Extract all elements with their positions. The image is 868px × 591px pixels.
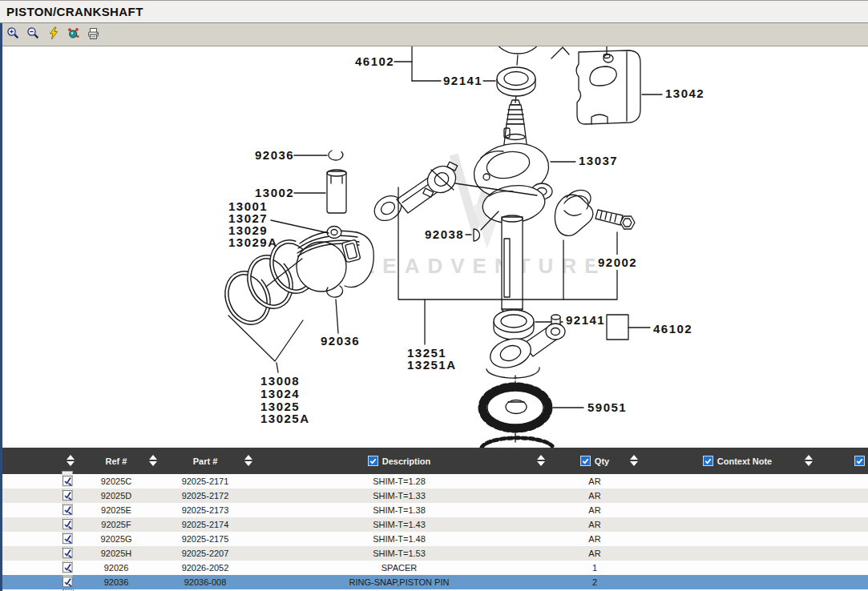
extra-cell [818,503,868,517]
part-label[interactable]: 13251A [407,358,457,372]
table-row[interactable]: 92025G 92025-2175 SHIM-T=1.48 AR [0,532,868,546]
part-label[interactable]: 92038 [425,227,464,241]
order-sheet-icon[interactable] [62,503,74,517]
part-number-cell: 92025-2207 [144,546,266,561]
part-label[interactable]: 92036 [321,334,360,348]
order-sheet-icon[interactable] [62,546,74,561]
part-label[interactable]: 92141 [443,74,482,87]
parts-table-body: 92025C 92025-2171 SHIM-T=1.28 AR 92025D … [0,474,868,589]
context-note-cell [657,488,818,503]
qty-column-checkbox[interactable] [580,456,591,466]
ref-cell: 92036 [88,575,144,589]
table-row[interactable]: 92025H 92025-2207 SHIM-T=1.53 AR [0,546,868,561]
ref-cell: 92025F [88,517,144,532]
table-row[interactable]: 92025C 92025-2171 SHIM-T=1.28 AR [0,474,868,488]
context-note-cell [657,546,818,561]
order-sheet-icon[interactable] [62,517,74,532]
order-sheet-icon[interactable] [62,575,74,589]
print-button[interactable] [86,26,100,42]
zoom-out-button[interactable] [26,26,40,42]
sort-arrows[interactable] [67,455,75,468]
description-cell: SHIM-T=1.28 [266,474,532,488]
part-number-cell: 92026-2052 [144,561,266,575]
parts-diagram-svg: LEADVENTURE [0,46,868,448]
sort-arrows[interactable] [149,455,158,468]
part-number-cell: 92036-008 [144,575,266,589]
zoom-out-icon [26,26,39,42]
hotspots-icon [67,26,80,42]
parts-catalog-window: PISTON/CRANKSHAFT [0,0,868,591]
description-column-checkbox[interactable] [368,456,378,466]
context-note-cell [657,503,818,517]
order-sheet-icon[interactable] [62,474,74,488]
ref-cell: 92026 [88,561,144,575]
sort-arrows[interactable] [537,455,546,468]
order-sheet-icon[interactable] [62,488,74,503]
extra-column-checkbox[interactable] [854,456,865,466]
extra-cell [818,488,868,503]
part-label[interactable]: 13008 [260,374,300,388]
extra-cell [818,575,868,589]
exploded-parts-diagram[interactable]: LEADVENTURE [0,46,868,448]
context-note-cell [657,474,818,488]
zoom-in-button[interactable] [6,26,20,42]
part-label[interactable]: 92036 [255,148,294,162]
part-label[interactable]: 13025A [260,412,310,425]
zoom-in-icon [6,26,19,42]
sort-arrows[interactable] [805,455,813,468]
column-header-description: Description [266,448,532,474]
ref-cell: 92025E [88,503,144,517]
part-label[interactable]: 13037 [579,154,618,167]
column-header-context-note: Context Note [657,448,818,474]
part-label[interactable]: 13024 [260,387,300,400]
part-label[interactable]: 13042 [665,86,704,100]
qty-cell: AR [532,474,657,488]
ref-cell: 92025G [88,532,144,546]
extra-cell [818,517,868,532]
context-note-column-checkbox[interactable] [703,456,713,466]
hotspots-button[interactable] [66,26,80,42]
part-label[interactable]: 92002 [598,255,637,269]
part-label[interactable]: 13029A [228,235,278,249]
lightning-icon [47,26,59,42]
extra-cell [818,561,868,575]
description-cell: SHIM-T=1.43 [266,517,532,532]
sort-arrows[interactable] [630,455,639,468]
table-row[interactable]: 92025D 92025-2172 SHIM-T=1.33 AR [0,488,868,503]
qty-cell: AR [532,488,657,503]
extra-cell [818,532,868,546]
table-row[interactable]: 92025F 92025-2174 SHIM-T=1.43 AR [0,517,868,532]
window-left-border [0,23,2,591]
ref-cell: 92025C [88,474,144,488]
part-label[interactable]: 13002 [255,186,294,199]
qty-cell: AR [532,503,657,517]
order-sheet-icon[interactable] [62,532,74,546]
table-row[interactable]: 92026 92026-2052 SPACER 1 [0,561,868,575]
part-label[interactable]: 59051 [587,400,627,414]
part-label[interactable]: 92141 [566,313,605,327]
order-sheet-icon[interactable] [62,561,74,575]
part-number-cell: 92025-2174 [144,517,266,532]
part-label[interactable]: 46102 [355,54,394,68]
sort-arrows[interactable] [244,455,253,468]
description-cell: SHIM-T=1.38 [266,503,532,517]
context-note-cell [657,532,818,546]
description-cell: SHIM-T=1.48 [266,532,532,546]
extra-cell [818,546,868,561]
ref-cell: 92025D [88,488,144,503]
table-row[interactable]: 92036 92036-008 RING-SNAP,PISTON PIN 2 [0,575,868,589]
part-number-cell: 92025-2173 [144,503,266,517]
column-header-ref: Ref # [88,448,144,474]
description-cell: SPACER [266,561,532,575]
qty-cell: AR [532,532,657,546]
quick-order-button[interactable] [46,26,60,42]
description-cell: SHIM-T=1.33 [266,488,532,503]
page-title: PISTON/CRANKSHAFT [6,5,143,18]
part-number-cell: 92025-2172 [144,488,266,503]
context-note-cell [657,517,818,532]
table-row[interactable]: 92025E 92025-2173 SHIM-T=1.38 AR [0,503,868,517]
qty-cell: 1 [532,561,657,575]
part-label[interactable]: 46102 [653,322,692,336]
diagram-toolbar [0,23,868,46]
context-note-cell [657,575,818,589]
